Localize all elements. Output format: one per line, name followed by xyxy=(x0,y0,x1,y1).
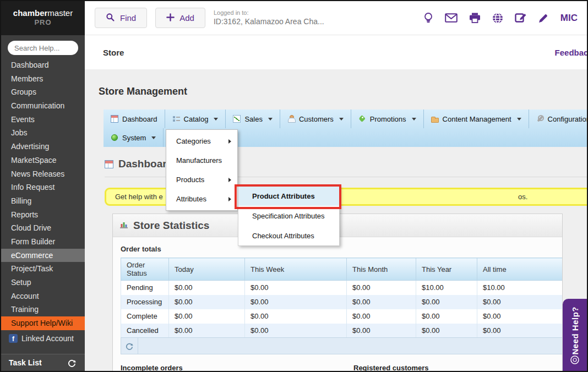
dropdown-menu-item[interactable]: Products xyxy=(166,170,237,189)
sidebar-item[interactable]: Cloud Drive xyxy=(1,221,85,235)
registered-customers-label: Registered customers xyxy=(353,364,429,372)
table-row: Processing $0.00 $0.00 $0.00 $0.00 $0.00 xyxy=(121,295,563,309)
sidebar-item[interactable]: MarketSpace xyxy=(1,154,85,167)
month-cell: $0.00 xyxy=(347,281,416,295)
help-circle-icon xyxy=(570,355,580,367)
alltime-cell: $0.00 xyxy=(477,295,563,309)
need-help-tab[interactable]: Need Help? xyxy=(563,299,587,371)
menubar-item-icon xyxy=(536,115,544,123)
search-help-input[interactable] xyxy=(8,41,78,55)
sidebar: chambermaster PRO Dashboard Members Grou… xyxy=(1,1,85,371)
sidebar-nav: Dashboard Members Groups Communication E… xyxy=(1,58,85,330)
sidebar-item[interactable]: Setup xyxy=(1,276,85,289)
menubar-item-icon xyxy=(233,115,241,123)
sidebar-item[interactable]: Support Help/Wiki xyxy=(1,316,85,330)
chevron-down-icon xyxy=(151,136,156,139)
sidebar-item-linked-account[interactable]: f Linked Account xyxy=(1,330,85,347)
order-status-cell: Cancelled xyxy=(121,324,169,338)
alltime-cell: $0.00 xyxy=(477,324,563,338)
menubar-item[interactable]: Customers xyxy=(280,110,351,128)
add-button[interactable]: Add xyxy=(155,8,205,28)
sidebar-item[interactable]: Form Builder xyxy=(1,235,85,249)
alltime-cell: $0.00 xyxy=(477,309,563,324)
menubar-item[interactable]: Content Management xyxy=(424,110,529,128)
table-footer xyxy=(121,338,563,354)
menubar-item-icon xyxy=(287,115,295,123)
menubar-item[interactable]: Configuration xyxy=(529,110,588,128)
year-cell: $10.00 xyxy=(416,281,477,295)
week-cell: $0.00 xyxy=(245,324,347,338)
page-title: Store Management xyxy=(99,86,588,97)
store-bar: Store Feedback? xyxy=(85,35,588,69)
menubar-item[interactable]: Catalog xyxy=(165,110,226,128)
globe-icon[interactable] xyxy=(492,13,503,24)
menubar-item[interactable]: Dashboard xyxy=(104,110,165,128)
sidebar-item[interactable]: Dashboard xyxy=(1,58,85,72)
table-row: Cancelled $0.00 $0.00 $0.00 $0.00 $0.00 xyxy=(121,324,563,338)
sidebar-item[interactable]: Events xyxy=(1,113,85,127)
chevron-down-icon xyxy=(214,118,218,121)
order-status-cell: Complete xyxy=(121,309,169,324)
dashboard-grid-icon xyxy=(105,160,113,168)
chevron-down-icon xyxy=(517,118,521,121)
envelope-icon[interactable] xyxy=(445,13,458,23)
feedback-link[interactable]: Feedback? xyxy=(555,48,588,57)
task-list-label: Task List xyxy=(9,358,42,367)
logged-in-info: Logged in to: ID:3162, Kalamazoo Area Ch… xyxy=(214,9,324,26)
sidebar-item[interactable]: Project/Task xyxy=(1,262,85,276)
submenu-arrow-icon xyxy=(228,197,231,201)
order-totals-table: Order StatusTodayThis WeekThis MonthThis… xyxy=(121,258,563,338)
sidebar-item[interactable]: News Releases xyxy=(1,167,85,181)
panel-title: Store Statistics xyxy=(133,220,209,232)
chevron-down-icon xyxy=(268,118,273,121)
sidebar-item[interactable]: Jobs xyxy=(1,126,85,140)
month-cell: $0.00 xyxy=(347,295,416,309)
menubar-item[interactable]: Sales xyxy=(226,110,280,128)
sidebar-item[interactable]: Billing xyxy=(1,194,85,208)
dropdown-menu-item[interactable]: Attributes xyxy=(166,189,237,209)
attributes-submenu: Product Attributes Specification Attribu… xyxy=(238,185,340,246)
sidebar-item[interactable]: Reports xyxy=(1,208,85,222)
sidebar-item[interactable]: Groups xyxy=(1,85,85,99)
chevron-down-icon xyxy=(412,118,416,121)
top-header: Find Add Logged in to: ID:3162, Kalamazo… xyxy=(85,1,588,35)
task-list-refresh-icon[interactable] xyxy=(68,359,76,367)
table-column-header: This Month xyxy=(347,258,416,281)
lightbulb-icon[interactable] xyxy=(423,12,433,24)
sidebar-item[interactable]: eCommerce xyxy=(1,249,85,262)
menubar-item-icon xyxy=(111,115,118,123)
menubar-item-icon xyxy=(358,115,366,123)
menubar-item-icon xyxy=(111,134,118,141)
incomplete-orders-label: Incomplete orders xyxy=(121,364,183,372)
month-cell: $0.00 xyxy=(347,309,416,324)
sidebar-item[interactable]: Info Request xyxy=(1,180,85,194)
brand-tier: PRO xyxy=(1,18,85,26)
submenu-arrow-icon xyxy=(228,178,231,182)
dropdown-menu-item[interactable]: Categories xyxy=(166,132,237,151)
bar-chart-icon xyxy=(119,220,128,231)
pencil-icon[interactable] xyxy=(538,13,549,24)
order-status-cell: Processing xyxy=(121,295,169,309)
sidebar-item[interactable]: Account xyxy=(1,289,85,303)
month-cell: $0.00 xyxy=(347,324,416,338)
sidebar-item[interactable]: Advertising xyxy=(1,140,85,154)
submenu-item[interactable]: Product Attributes xyxy=(238,186,339,206)
submenu-item[interactable]: Checkout Attributes xyxy=(238,226,339,245)
week-cell: $0.00 xyxy=(245,281,347,295)
sidebar-item[interactable]: Training xyxy=(1,303,85,316)
printer-icon[interactable] xyxy=(469,13,481,23)
table-refresh-button[interactable] xyxy=(121,338,138,354)
sidebar-item[interactable]: Members xyxy=(1,72,85,86)
submenu-item[interactable]: Specification Attributes xyxy=(238,206,339,226)
table-column-header: Today xyxy=(169,258,245,281)
edit-note-icon[interactable] xyxy=(515,12,526,24)
menubar-item[interactable]: Promotions xyxy=(351,110,424,128)
mic-button[interactable]: MIC xyxy=(560,13,578,24)
year-cell: $0.00 xyxy=(416,309,477,324)
menubar-item-icon xyxy=(172,115,180,123)
task-list-bar[interactable]: Task List xyxy=(1,354,85,371)
dropdown-menu-item[interactable]: Manufacturers xyxy=(166,151,237,170)
menubar-item[interactable]: System xyxy=(104,128,164,147)
sidebar-item[interactable]: Communication xyxy=(1,99,85,113)
find-button[interactable]: Find xyxy=(95,8,147,28)
